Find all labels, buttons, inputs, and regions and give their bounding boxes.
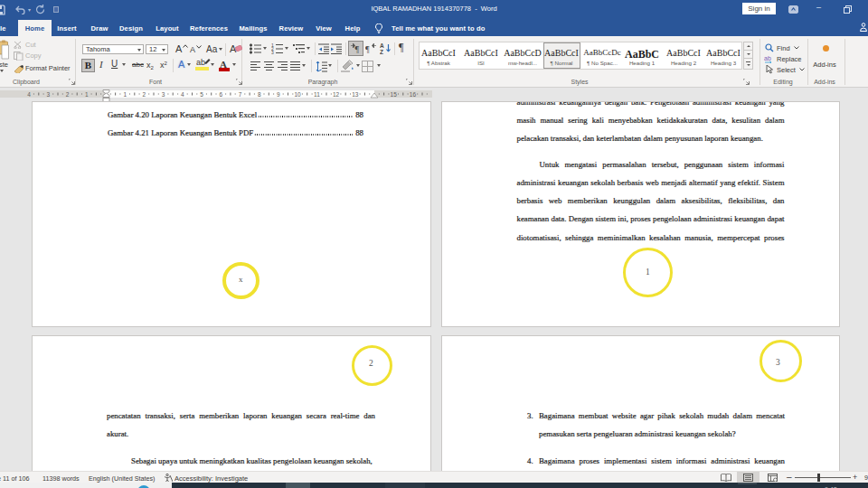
svg-text:2: 2	[143, 91, 146, 98]
svg-text:¶: ¶	[365, 44, 370, 54]
svg-text:7: 7	[239, 91, 242, 98]
svg-text:4: 4	[27, 91, 31, 98]
svg-text:4: 4	[181, 91, 184, 98]
svg-text:¶: ¶	[355, 44, 360, 54]
svg-text:2: 2	[66, 91, 70, 98]
svg-text:13: 13	[352, 91, 359, 98]
svg-text:A: A	[380, 42, 384, 49]
svg-text:1: 1	[123, 91, 127, 98]
svg-text:3: 3	[162, 91, 165, 98]
svg-text:16: 16	[410, 91, 417, 98]
svg-text:ab: ab	[764, 55, 771, 61]
svg-text:3: 3	[271, 50, 274, 54]
svg-text:8: 8	[258, 91, 261, 98]
svg-text:15: 15	[391, 91, 398, 98]
svg-text:11: 11	[314, 91, 320, 98]
svg-text:Z: Z	[380, 49, 383, 54]
svg-text:3: 3	[47, 91, 51, 98]
svg-text:1: 1	[85, 91, 89, 98]
svg-text:12: 12	[333, 91, 340, 98]
svg-text:5: 5	[200, 91, 203, 98]
svg-text:9: 9	[277, 91, 280, 98]
svg-text:6: 6	[219, 91, 222, 98]
svg-text:10: 10	[294, 91, 301, 98]
